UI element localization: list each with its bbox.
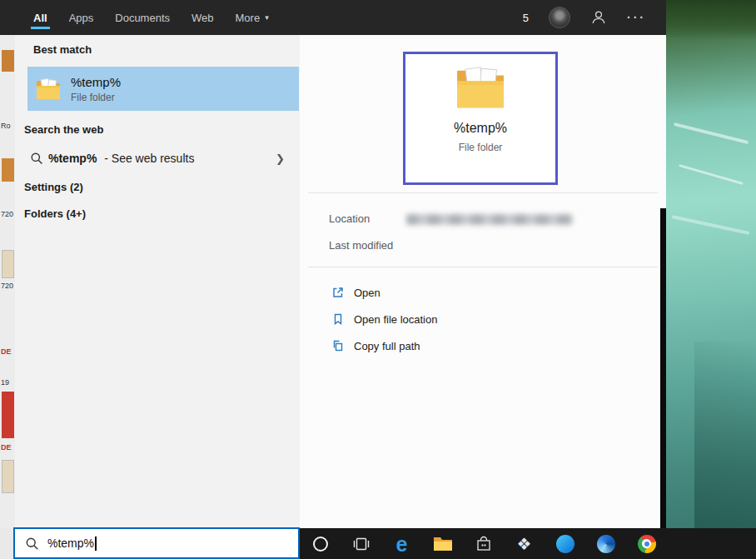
desktop-icon xyxy=(2,460,14,493)
location-label: Location xyxy=(329,212,370,225)
task-view-icon xyxy=(352,535,371,553)
desktop-wallpaper xyxy=(666,0,756,528)
search-icon xyxy=(25,537,39,551)
person-icon[interactable] xyxy=(590,9,607,26)
blue-app-icon xyxy=(597,535,615,553)
search-the-web-header: Search the web xyxy=(24,123,103,136)
tab-more[interactable]: More ▾ xyxy=(236,0,269,35)
taskbar-button-chrome[interactable] xyxy=(626,528,667,559)
action-open-file-location-label: Open file location xyxy=(354,313,437,326)
search-input-value: %temp% xyxy=(47,537,94,550)
cortana-icon xyxy=(313,537,328,552)
preview-panel: %temp% File folder Location Last modifie… xyxy=(300,35,666,528)
web-result-suffix: - See web results xyxy=(104,152,194,165)
wallpaper-wave xyxy=(679,164,744,185)
dropbox-icon: ❖ xyxy=(517,536,532,552)
chevron-right-icon: ❯ xyxy=(276,152,285,165)
desktop-icon-label: 720 xyxy=(1,282,13,290)
action-copy-full-path[interactable]: Copy full path xyxy=(300,337,666,355)
action-open-file-location[interactable]: Open file location xyxy=(300,310,666,328)
tab-web[interactable]: Web xyxy=(191,0,214,35)
taskbar-button-edge[interactable]: e xyxy=(381,528,422,559)
web-result-query: %temp% xyxy=(48,152,97,165)
tab-documents[interactable]: Documents xyxy=(115,0,170,35)
action-open[interactable]: Open xyxy=(300,283,666,302)
search-window-topbar: All Apps Documents Web More ▾ 5 ··· xyxy=(0,0,666,35)
file-explorer-icon xyxy=(433,536,453,552)
preview-card: %temp% File folder xyxy=(403,52,558,185)
edge-icon: e xyxy=(396,536,408,552)
folder-icon xyxy=(36,78,61,100)
best-match-header: Best match xyxy=(33,43,92,56)
desktop-icon-label: Ro xyxy=(1,122,11,130)
taskbar-button-dropbox[interactable]: ❖ xyxy=(504,528,545,559)
action-copy-full-path-label: Copy full path xyxy=(354,340,420,352)
wallpaper-trees xyxy=(666,0,756,40)
best-match-title: %temp% xyxy=(71,75,121,89)
desktop-icon-label: DE xyxy=(1,347,12,356)
notification-count: 5 xyxy=(523,12,529,24)
chrome-icon xyxy=(638,535,656,553)
divider xyxy=(308,192,658,193)
wallpaper-wave xyxy=(672,215,750,235)
desktop-icon xyxy=(2,250,14,278)
best-match-result[interactable]: %temp% File folder xyxy=(27,67,299,111)
desktop-left-strip: Ro 720 720 DE 19 DE xyxy=(0,35,15,528)
desktop-icon-label: 720 xyxy=(1,210,13,218)
taskbar-button-blue-app[interactable] xyxy=(585,528,626,559)
group-folders[interactable]: Folders (4+) xyxy=(24,207,86,220)
search-input[interactable]: %temp% xyxy=(13,527,300,559)
window-edge-shadow xyxy=(660,208,666,528)
desktop-icon-label: 19 xyxy=(1,378,9,387)
last-modified-label: Last modified xyxy=(329,239,393,252)
divider xyxy=(308,267,658,267)
taskbar-button-cortana[interactable] xyxy=(300,528,341,559)
desktop-icon-label: DE xyxy=(1,443,12,452)
search-results-panel: Best match %temp% File folder Search the… xyxy=(15,35,300,528)
best-match-text: %temp% File folder xyxy=(71,75,121,103)
location-value-redacted xyxy=(406,214,573,225)
preview-title: %temp% xyxy=(454,121,507,136)
taskbar-button-store[interactable] xyxy=(463,528,504,559)
taskbar-button-task-view[interactable] xyxy=(341,528,381,559)
desktop-icon xyxy=(2,50,14,72)
tab-more-label: More xyxy=(236,12,261,24)
search-filter-tabs: All Apps Documents Web More ▾ xyxy=(0,0,269,35)
tab-apps[interactable]: Apps xyxy=(69,0,94,35)
chevron-down-icon: ▾ xyxy=(265,13,269,22)
open-icon xyxy=(331,286,345,299)
desktop-icon xyxy=(2,392,14,438)
web-search-result[interactable]: %temp% - See web results ❯ xyxy=(15,143,300,173)
wallpaper-cliff xyxy=(694,342,756,528)
tab-all[interactable]: All xyxy=(33,0,47,35)
search-icon xyxy=(30,152,43,165)
more-options-icon[interactable]: ··· xyxy=(627,11,646,24)
preview-subtitle: File folder xyxy=(459,142,503,153)
folder-large-icon xyxy=(455,66,506,111)
taskbar: e ❖ xyxy=(300,528,756,559)
open-file-location-icon xyxy=(331,312,345,326)
taskbar-button-file-explorer[interactable] xyxy=(422,528,463,559)
copy-icon xyxy=(331,339,345,352)
store-icon xyxy=(475,535,492,552)
avatar[interactable] xyxy=(549,7,570,28)
web-result-text: %temp% - See web results xyxy=(48,152,194,165)
best-match-subtitle: File folder xyxy=(71,92,121,103)
topbar-right-cluster: 5 ··· xyxy=(523,0,666,35)
wallpaper-wave xyxy=(674,122,749,144)
action-open-label: Open xyxy=(354,287,380,299)
group-settings[interactable]: Settings (2) xyxy=(24,181,83,193)
skype-icon xyxy=(556,535,574,553)
desktop-icon xyxy=(2,158,14,182)
taskbar-button-skype[interactable] xyxy=(545,528,585,559)
text-cursor xyxy=(95,537,97,551)
